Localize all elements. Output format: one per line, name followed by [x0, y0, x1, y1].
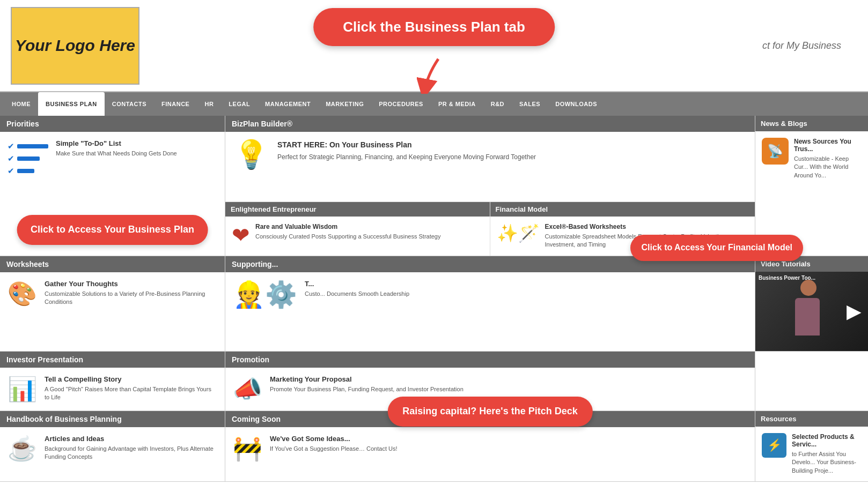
- callout-financial-model: Click to Access Your Financial Model: [630, 235, 803, 261]
- handbook-text: Articles and Ideas Background for Gainin…: [45, 435, 217, 461]
- investor-header: Investor Presentation: [0, 352, 225, 368]
- nav-item-legal[interactable]: LEGAL: [221, 92, 258, 116]
- barrier-icon: 🚧: [233, 435, 262, 463]
- promotion-text: Marketing Your Proposal Promote Your Bus…: [270, 375, 464, 393]
- handbook-section: Handbook of Business Planning ☕ Articles…: [0, 411, 225, 481]
- worksheets-section: Worksheets 🎨 Gather Your Thoughts Custom…: [0, 256, 225, 351]
- rss-icon: 📡: [762, 138, 789, 165]
- promotion-section: Promotion 📣 Marketing Your Proposal Prom…: [225, 352, 755, 411]
- heart-icon: ❤: [232, 223, 250, 248]
- enlightened-section: Enlightened Entrepreneur ❤ Rare and Valu…: [225, 202, 490, 256]
- priorities-header: Priorities: [0, 116, 225, 132]
- nav-item-hr[interactable]: HR: [197, 92, 221, 116]
- bizplan-text: START HERE: On Your Business Plan Perfec…: [277, 140, 536, 162]
- logo-text: Your Logo Here: [15, 36, 135, 55]
- person-gear-icon: 👷⚙️: [233, 280, 297, 310]
- news-header: News & Blogs: [755, 116, 868, 131]
- worksheets-text: Gather Your Thoughts Customizable Soluti…: [45, 280, 217, 307]
- bizplan-header: BizPlan Builder®: [225, 116, 755, 132]
- priorities-section: Priorities ✔ ✔ ✔: [0, 116, 225, 256]
- nav-item-business-plan[interactable]: BUSINESS PLAN: [38, 92, 105, 116]
- palette-icon: 🎨: [8, 280, 37, 308]
- supporting-text: T... Custo... Documents Smooth Leadershi…: [305, 280, 409, 298]
- coffee-icon: ☕: [8, 435, 37, 463]
- nav-item-downloads[interactable]: DOWNLOADS: [548, 92, 605, 116]
- bolt-icon: ⚡: [762, 433, 786, 458]
- video-thumbnail[interactable]: ▶ Business Power Too...: [755, 272, 868, 351]
- enlightened-text: Rare and Valuable Wisdom Consciously Cur…: [255, 223, 440, 241]
- coming-soon-text: We've Got Some Ideas... If You've Got a …: [270, 435, 398, 453]
- callout-arrow-bizplan: [417, 56, 460, 96]
- investor-section: Investor Presentation 📊 Tell a Compellin…: [0, 352, 225, 411]
- investor-text: Tell a Compelling Story A Good "Pitch" R…: [45, 375, 217, 402]
- handbook-header: Handbook of Business Planning: [0, 411, 225, 427]
- coming-resources-col: [755, 352, 868, 411]
- video-play-button[interactable]: ▶: [847, 300, 862, 323]
- resources-header: Resources: [755, 411, 868, 427]
- callout-access-bizplan: Click to Access Your Business Plan: [17, 215, 208, 244]
- chart-icon: 📊: [8, 375, 37, 403]
- megaphone-icon: 📣: [233, 375, 262, 403]
- nav-item-marketing[interactable]: MARKETING: [318, 92, 371, 116]
- promotion-header: Promotion: [225, 352, 755, 368]
- nav-item-management[interactable]: MANAGEMENT: [258, 92, 318, 116]
- video-section: Video Tutorials ▶ Business Power Too...: [755, 256, 868, 351]
- resources-section: Resources ⚡ Selected Products & Servic..…: [755, 411, 868, 481]
- callout-bubble-bizplan: Click the Business Plan tab: [313, 8, 555, 46]
- resources-text: Selected Products & Servic... to Further…: [792, 433, 862, 475]
- nav-item-finance[interactable]: FINANCE: [154, 92, 197, 116]
- supporting-section: Supporting... 👷⚙️ T... Custo... Document…: [225, 256, 755, 351]
- wand-icon: ✨🪄: [497, 223, 540, 243]
- news-text: News Sources You Trus... Customizable - …: [794, 138, 862, 180]
- nav-item-rd[interactable]: R&D: [483, 92, 512, 116]
- header-tagline: ct for My Business: [762, 40, 841, 51]
- priorities-text: Simple "To-Do" List Make Sure that What …: [56, 139, 177, 158]
- priorities-icon: ✔ ✔ ✔: [8, 139, 48, 176]
- financial-section: Financial Model ✨🪄 Excel®-Based Workshee…: [490, 202, 755, 256]
- nav-item-sales[interactable]: SALES: [512, 92, 548, 116]
- callout-pitch-deck: Raising capital? Here's the Pitch Deck: [387, 397, 592, 426]
- worksheets-header: Worksheets: [0, 256, 225, 272]
- logo-box: Your Logo Here: [11, 7, 139, 85]
- nav-item-home[interactable]: HOME: [4, 92, 38, 116]
- video-label: Business Power Too...: [759, 275, 815, 281]
- bizplan-section: BizPlan Builder® 💡 START HERE: On Your B…: [225, 116, 755, 256]
- nav-item-contacts[interactable]: CONTACTS: [105, 92, 154, 116]
- bulb-icon: 💡: [234, 140, 269, 168]
